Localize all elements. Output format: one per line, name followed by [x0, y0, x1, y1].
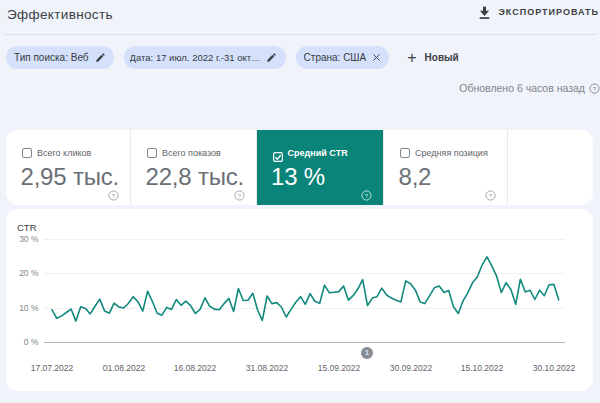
svg-text:?: ?	[489, 192, 493, 198]
svg-text:?: ?	[112, 192, 116, 198]
svg-text:?: ?	[365, 192, 369, 198]
svg-text:?: ?	[237, 192, 241, 198]
svg-text:?: ?	[593, 85, 597, 91]
